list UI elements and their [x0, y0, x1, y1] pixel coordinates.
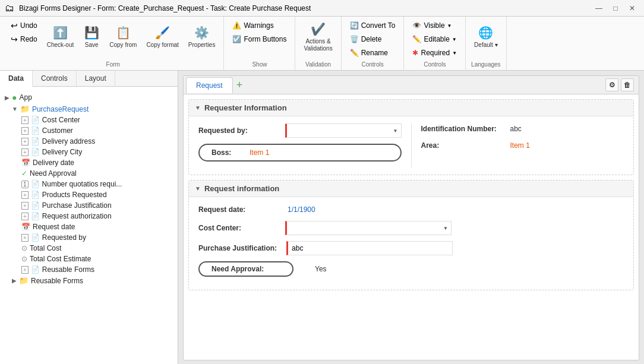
requested-by-row: Requested by:	[198, 124, 402, 138]
tree-item-total-cost[interactable]: ⊙ Total Cost	[2, 243, 175, 254]
visible-button[interactable]: 👁️ Visible ▼	[409, 19, 460, 32]
properties-button[interactable]: ⚙️ Properties	[185, 19, 219, 55]
editable-dropdown-icon: ▼	[452, 37, 457, 42]
tree-label-app: App	[19, 93, 31, 102]
save-button[interactable]: 💾 Save	[80, 19, 103, 55]
section-requester-body: Requested by: Boss:	[189, 116, 633, 175]
plus-icon-cc: +	[21, 116, 29, 124]
checkout-icon: ⬆️	[53, 26, 68, 40]
main-container: Data Controls Layout ▶ ● App ▼ 📁 Purchas…	[0, 71, 644, 364]
app-icon: 🗂	[5, 3, 14, 14]
tree-label-rf: Reusable Forms	[42, 265, 94, 274]
copy-format-button[interactable]: 🖌️ Copy format	[143, 19, 182, 55]
actions-validations-button[interactable]: ✔️ Actions &Validations	[300, 19, 336, 55]
close-button[interactable]: ✕	[625, 2, 639, 14]
tree-label-cc: Cost Center	[42, 116, 80, 124]
requested-by-label: Requested by:	[198, 126, 276, 135]
tree-label-pr: PurchaseRequest	[32, 105, 89, 113]
request-date-value: 1/1/1900	[285, 204, 318, 215]
tree-item-products-requested[interactable]: + 📄 Products Requested	[2, 189, 175, 200]
doc-icon-cust: 📄	[31, 126, 40, 135]
need-approval-oval: Need Approval:	[198, 261, 293, 277]
tree-item-total-cost-estimate[interactable]: ⊙ Total Cost Estimate	[2, 254, 175, 264]
copy-from-button[interactable]: 📋 Copy from	[106, 19, 140, 55]
editable-button[interactable]: ✏️ Editable ▼	[409, 33, 460, 46]
tree-item-reusable-forms-2[interactable]: ▶ 📁 Reusable Forms	[2, 275, 175, 286]
tab-controls[interactable]: Controls	[33, 71, 77, 86]
boss-label: Boss:	[211, 148, 247, 157]
delete-button[interactable]: 🗑️ Delete	[346, 33, 399, 46]
collapse-icon-requester[interactable]: ▼	[195, 105, 201, 111]
controls-col: 🔄 Convert To 🗑️ Delete ✏️ Rename	[346, 19, 399, 59]
requested-by-dropdown[interactable]	[285, 124, 402, 138]
section-request-header: ▼ Request information	[189, 181, 633, 197]
cal-icon-rd: 📅	[21, 223, 30, 231]
tree-container: ▶ ● App ▼ 📁 PurchaseRequest + 📄 Cost Cen…	[0, 87, 178, 364]
tree-item-delivery-date[interactable]: 📅 Delivery date	[2, 157, 175, 168]
doc-icon-rb: 📄	[31, 233, 40, 242]
tree-label-ra: Request authorization	[42, 212, 112, 220]
tree-item-cost-center[interactable]: + 📄 Cost Center	[2, 115, 175, 125]
tree-item-number-quotations[interactable]: 1 📄 Number quotatios requi...	[2, 179, 175, 189]
required-button[interactable]: ✱ Required ▼	[409, 46, 460, 59]
tree-label-customer: Customer	[42, 126, 73, 135]
form-buttons-button[interactable]: ☑️ Form Buttons	[229, 33, 290, 46]
properties-icon: ⚙️	[194, 26, 209, 40]
checkout-button[interactable]: ⬆️ Check-out	[43, 19, 78, 55]
doc-icon-prq: 📄	[31, 191, 40, 199]
rename-button[interactable]: ✏️ Rename	[346, 46, 399, 59]
plus-icon-prq: +	[21, 191, 29, 199]
circle-icon-tc: ⊙	[21, 244, 27, 252]
default-language-button[interactable]: 🌐 Default ▾	[471, 19, 501, 55]
tree-item-request-authorization[interactable]: + 📄 Request authorization	[2, 211, 175, 221]
left-panel: Data Controls Layout ▶ ● App ▼ 📁 Purchas…	[0, 71, 178, 364]
redo-button[interactable]: ↪ Redo	[7, 33, 41, 46]
tab-data[interactable]: Data	[0, 71, 33, 87]
redo-label: Redo	[20, 35, 37, 43]
tab-layout[interactable]: Layout	[77, 71, 115, 86]
tree-item-delivery-city[interactable]: + 📄 Delivery City	[2, 147, 175, 157]
tree-item-purchase-justification[interactable]: + 📄 Purchase Justification	[2, 200, 175, 211]
expand-icon-rf2: ▶	[12, 277, 17, 284]
minimize-button[interactable]: —	[592, 2, 606, 14]
section-request-title: Request information	[204, 184, 279, 193]
tree-item-app[interactable]: ▶ ● App	[2, 91, 175, 103]
tree-item-need-approval[interactable]: ✓ Need Approval	[2, 168, 175, 179]
canvas-tools: ⚙ 🗑	[603, 76, 636, 94]
canvas-settings-button[interactable]: ⚙	[605, 78, 618, 91]
canvas: Request + ⚙ 🗑 ▼ Requester Information	[178, 71, 644, 364]
cost-center-dropdown[interactable]	[285, 221, 452, 235]
purchase-justification-input[interactable]	[286, 241, 453, 255]
undo-button[interactable]: ↩ Undo	[7, 19, 41, 32]
canvas-delete-button[interactable]: 🗑	[621, 78, 634, 91]
collapse-icon-request[interactable]: ▼	[195, 185, 201, 192]
maximize-button[interactable]: □	[608, 2, 623, 14]
num-icon-nq: 1	[21, 181, 29, 188]
show-col: ⚠️ Warnings ☑️ Form Buttons	[229, 19, 290, 46]
form-tab-request[interactable]: Request	[186, 77, 233, 93]
convert-to-button[interactable]: 🔄 Convert To	[346, 19, 399, 32]
tree-item-purchase-request[interactable]: ▼ 📁 PurchaseRequest	[2, 103, 175, 115]
form-buttons-icon: ☑️	[232, 35, 241, 43]
app-dot-icon: ●	[12, 93, 17, 102]
tree-item-reusable-forms[interactable]: + 📄 Reusable Forms	[2, 264, 175, 275]
doc-icon-nq: 📄	[31, 180, 40, 188]
tree-item-delivery-address[interactable]: + 📄 Delivery address	[2, 136, 175, 147]
add-tab-button[interactable]: +	[236, 80, 243, 90]
cost-center-row: Cost Center:	[198, 221, 624, 235]
required-dropdown-icon: ▼	[452, 50, 457, 56]
ribbon-group-validation: ✔️ Actions &Validations Validation	[295, 17, 341, 70]
plus-icon-rf: +	[21, 266, 29, 274]
delete-label: Delete	[361, 35, 382, 43]
identification-number-value: abc	[508, 124, 524, 134]
actions-validations-icon: ✔️	[311, 22, 326, 36]
tree-item-requested-by[interactable]: + 📄 Requested by	[2, 232, 175, 243]
convert-to-icon: 🔄	[350, 21, 359, 30]
warnings-button[interactable]: ⚠️ Warnings	[229, 19, 290, 32]
requester-left-col: Requested by: Boss:	[198, 124, 411, 167]
requester-two-col: Requested by: Boss:	[198, 124, 624, 167]
tree-item-customer[interactable]: + 📄 Customer	[2, 125, 175, 136]
tree-label-tce: Total Cost Estimate	[30, 255, 91, 263]
plus-icon-rb: +	[21, 234, 29, 242]
tree-item-request-date[interactable]: 📅 Request date	[2, 221, 175, 232]
